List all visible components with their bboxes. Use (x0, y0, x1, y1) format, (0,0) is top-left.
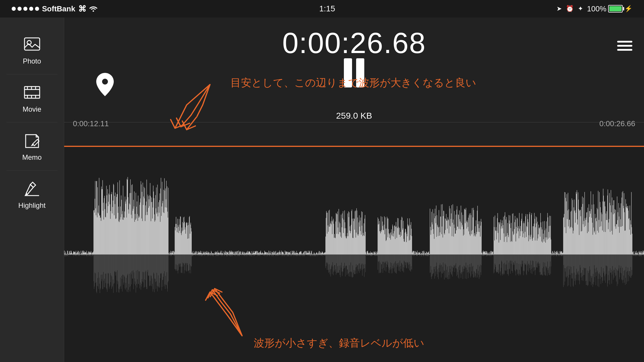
sidebar-item-memo[interactable]: Memo (0, 122, 64, 170)
photo-icon (23, 35, 41, 54)
highlight-label: Highlight (18, 201, 46, 210)
hamburger-menu[interactable] (617, 41, 632, 51)
status-bar: SoftBank ⌘ 1:15 ➤ ⏰ ✦ 100% ⚡ (0, 0, 644, 17)
hamburger-line-3 (617, 49, 632, 51)
sidebar: Photo Movie (0, 17, 64, 362)
hamburger-line-1 (617, 41, 632, 43)
bluetooth-icon: ✦ (578, 5, 583, 13)
movie-icon (23, 83, 41, 102)
movie-label: Movie (22, 105, 41, 113)
svg-point-0 (92, 10, 94, 12)
time-right: 0:00:26.66 (599, 119, 635, 128)
hamburger-line-2 (617, 45, 632, 47)
battery-container: 100% ⚡ (587, 4, 633, 13)
battery-fill (609, 6, 622, 11)
sidebar-item-highlight[interactable]: Highlight (0, 171, 64, 218)
sidebar-item-photo[interactable]: Photo (0, 26, 64, 74)
annotation-arrow-top (152, 82, 228, 146)
waveform-canvas (64, 147, 644, 362)
time-left: 0:00:12.11 (73, 119, 109, 128)
timer-display: 0:00:26.68 (282, 26, 426, 60)
battery-pct: 100% (587, 4, 607, 13)
charging-icon: ⚡ (624, 5, 632, 13)
photo-label: Photo (23, 57, 41, 65)
wifi-icon: ⌘ (78, 4, 98, 14)
svg-rect-3 (24, 87, 40, 98)
alarm-icon: ⏰ (566, 5, 574, 13)
top-section: 0:00:26.68 259.0 KB 0:00:12.11 0:00:26.6… (64, 17, 644, 146)
status-time: 1:15 (319, 4, 335, 13)
status-right: ➤ ⏰ ✦ 100% ⚡ (556, 4, 633, 13)
annotation-text-top: 目安として、この辺りまで波形が大きくなると良い (230, 76, 476, 90)
status-left: SoftBank ⌘ (12, 4, 98, 14)
svg-rect-1 (24, 38, 40, 50)
memo-label: Memo (22, 153, 42, 161)
memo-icon (23, 131, 41, 150)
signal-dots (12, 7, 39, 11)
annotation-arrow-bottom (190, 280, 260, 339)
sidebar-item-movie[interactable]: Movie (0, 74, 64, 122)
location-icon: ➤ (556, 5, 562, 13)
gray-separator (64, 122, 644, 122)
pin-marker (96, 73, 114, 100)
battery-icon (608, 5, 623, 13)
highlight-icon (23, 179, 41, 198)
main-content: 0:00:26.68 259.0 KB 0:00:12.11 0:00:26.6… (64, 17, 644, 362)
annotation-text-bottom: 波形が小さすぎ、録音レベルが低い (254, 336, 424, 350)
file-size: 259.0 KB (336, 111, 372, 121)
waveform-section: 波形が小さすぎ、録音レベルが低い (64, 147, 644, 362)
carrier-name: SoftBank (42, 4, 75, 13)
